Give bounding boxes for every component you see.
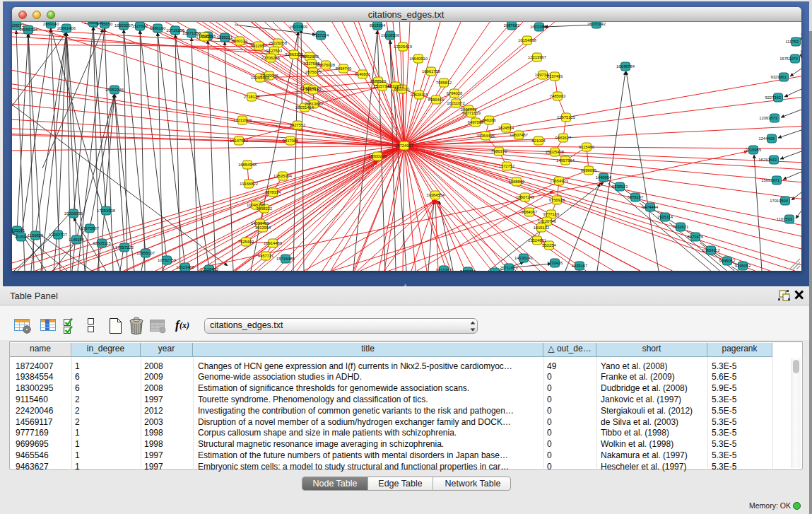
svg-text:111753: 111753 [786,40,799,44]
svg-text:12093873: 12093873 [759,116,777,120]
svg-text:1527602: 1527602 [132,24,148,28]
svg-text:29676038: 29676038 [317,63,335,67]
svg-text:12323468: 12323468 [176,265,194,269]
svg-text:25852685: 25852685 [300,54,319,59]
svg-text:6794028: 6794028 [447,91,463,95]
svg-text:17010504: 17010504 [770,199,789,203]
svg-text:16210643: 16210643 [758,158,777,162]
svg-text:7163822: 7163822 [196,35,213,39]
svg-text:9463627: 9463627 [555,136,572,140]
svg-text:6466160: 6466160 [150,26,166,30]
svg-text:8471676: 8471676 [688,235,704,239]
svg-text:10228452: 10228452 [200,267,218,271]
svg-text:1440954: 1440954 [596,175,612,180]
svg-text:12213967: 12213967 [528,55,546,59]
svg-text:3917183: 3917183 [305,88,322,92]
svg-text:8938923: 8938923 [612,185,628,189]
svg-text:16107552: 16107552 [230,139,248,143]
svg-text:2875605: 2875605 [305,70,322,74]
svg-text:16211072: 16211072 [447,101,464,105]
svg-text:7986372: 7986372 [491,149,507,153]
svg-text:26370142: 26370142 [587,22,606,26]
svg-text:8137493: 8137493 [547,74,563,78]
svg-text:20206535: 20206535 [64,211,83,216]
svg-text:5682115: 5682115 [487,270,502,271]
svg-text:12975125: 12975125 [557,115,575,119]
svg-text:12505115: 12505115 [93,241,110,245]
svg-text:13535394: 13535394 [273,174,293,178]
svg-text:26053346: 26053346 [105,88,124,92]
svg-text:391594: 391594 [14,235,28,239]
svg-text:1068860: 1068860 [509,180,525,184]
svg-text:12342737: 12342737 [49,233,67,237]
svg-text:2588520: 2588520 [370,79,387,83]
svg-text:28031414: 28031414 [295,105,314,110]
svg-text:4735650: 4735650 [97,22,113,26]
svg-text:7632621: 7632621 [673,225,689,229]
svg-text:7955812: 7955812 [436,81,452,85]
svg-text:1335061: 1335061 [12,228,25,233]
svg-text:16640910: 16640910 [409,57,428,61]
svg-text:9756928: 9756928 [549,198,565,202]
svg-text:16154838: 16154838 [518,38,536,42]
svg-text:2069140: 2069140 [43,22,59,26]
svg-text:9227342: 9227342 [765,95,781,100]
svg-text:1733426: 1733426 [547,261,563,265]
svg-text:16033809: 16033809 [289,25,307,29]
svg-text:25711873: 25711873 [500,266,517,270]
svg-text:15157347: 15157347 [373,84,392,88]
svg-text:9115460: 9115460 [579,145,594,149]
svg-text:18807249: 18807249 [516,195,534,199]
svg-text:7485063: 7485063 [550,94,566,98]
svg-text:23420046: 23420046 [260,74,278,78]
svg-text:9329961: 9329961 [770,75,787,79]
svg-text:1839221: 1839221 [217,35,233,40]
svg-text:10958107: 10958107 [136,251,155,255]
svg-text:9427552: 9427552 [290,123,306,127]
svg-text:(x): (x) [180,320,189,330]
svg-text:13325419: 13325419 [394,45,412,49]
svg-text:9245052: 9245052 [719,259,736,263]
svg-text:9474444: 9474444 [642,205,659,209]
svg-text:8660123: 8660123 [232,39,248,43]
svg-text:17353938: 17353938 [97,209,115,213]
svg-text:16914489: 16914489 [264,241,282,245]
svg-text:25226058: 25226058 [269,41,287,45]
svg-text:6497568: 6497568 [468,120,484,124]
svg-text:8822031: 8822031 [394,87,411,91]
svg-text:7625402: 7625402 [238,240,254,244]
svg-text:17957223: 17957223 [115,245,134,250]
svg-text:16854948: 16854948 [238,163,257,167]
svg-text:9127503: 9127503 [266,49,283,53]
svg-text:3912954: 3912954 [251,44,267,48]
svg-text:13654923: 13654923 [550,179,568,183]
svg-text:2718126: 2718126 [244,95,260,99]
svg-text:13626115: 13626115 [410,93,428,97]
svg-text:97771619: 97771619 [462,111,481,115]
svg-text:15716485: 15716485 [276,257,295,261]
svg-text:7357224: 7357224 [313,33,329,37]
svg-text:621004: 621004 [531,139,546,143]
svg-text:19384554: 19384554 [426,193,445,197]
svg-text:1913954: 1913954 [255,226,271,230]
svg-text:3624554: 3624554 [498,126,514,130]
svg-text:9777169: 9777169 [543,212,560,216]
svg-text:16648784: 16648784 [616,64,635,69]
svg-text:15692971: 15692971 [761,178,779,182]
svg-text:18724007: 18724007 [395,144,413,148]
svg-text:8990446: 8990446 [428,98,445,102]
svg-text:9084067: 9084067 [522,210,538,214]
svg-text:1156829: 1156829 [28,233,43,238]
svg-text:16120746: 16120746 [538,219,556,223]
svg-text:20691406: 20691406 [57,26,76,30]
svg-text:19166822: 19166822 [240,182,258,186]
svg-text:1167533: 1167533 [777,217,792,221]
svg-text:10607487: 10607487 [510,133,528,137]
svg-text:13524851: 13524851 [528,238,546,243]
svg-text:9146821: 9146821 [355,72,371,76]
svg-text:25025438: 25025438 [546,150,564,154]
svg-text:20364436: 20364436 [476,134,495,138]
svg-text:10653267: 10653267 [114,23,133,28]
svg-text:3498222: 3498222 [257,206,273,211]
svg-text:9699695: 9699695 [581,168,597,173]
